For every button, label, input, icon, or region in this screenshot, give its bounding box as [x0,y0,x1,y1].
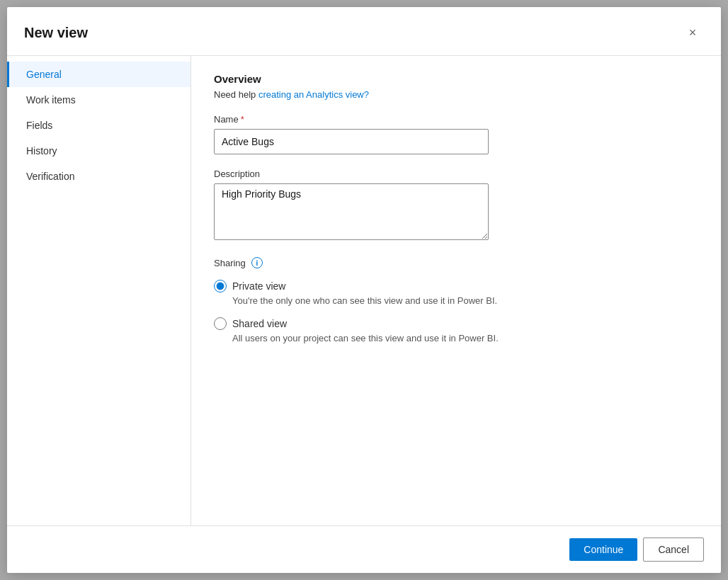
name-input[interactable] [214,129,489,154]
sidebar-item-history[interactable]: History [7,138,190,164]
close-icon: × [689,25,697,40]
sidebar-item-general[interactable]: General [7,62,190,87]
shared-view-option: Shared view All users on your project ca… [214,317,698,343]
help-prefix: Need help [214,89,258,100]
dialog-overlay: New view × General Work items Fields His… [0,0,728,580]
sharing-label-row: Sharing i [214,257,698,268]
description-form-group: Description High Priority Bugs [214,169,698,243]
required-star: * [241,114,244,125]
shared-view-label[interactable]: Shared view [214,317,698,330]
private-view-label[interactable]: Private view [214,280,698,292]
shared-view-text: Shared view [232,318,287,329]
shared-view-radio[interactable] [214,317,227,330]
overview-title: Overview [214,73,698,85]
info-icon: i [251,257,263,268]
private-view-radio[interactable] [214,280,227,292]
continue-button[interactable]: Continue [569,538,637,561]
dialog-body: General Work items Fields History Verifi… [7,56,721,525]
sharing-section: Sharing i Private view You're the only o… [214,257,698,343]
dialog: New view × General Work items Fields His… [7,7,721,573]
name-label: Name* [214,114,698,125]
description-textarea[interactable]: High Priority Bugs [214,183,489,240]
sidebar: General Work items Fields History Verifi… [7,56,191,525]
description-label: Description [214,169,698,179]
sidebar-item-fields[interactable]: Fields [7,113,190,138]
cancel-button[interactable]: Cancel [643,538,704,562]
private-view-text: Private view [232,280,285,292]
main-content: Overview Need help creating an Analytics… [191,56,721,525]
shared-view-description: All users on your project can see this v… [232,333,698,343]
private-view-option: Private view You're the only one who can… [214,280,698,306]
dialog-header: New view × [7,7,721,56]
private-view-description: You're the only one who can see this vie… [232,295,698,306]
name-form-group: Name* [214,114,698,154]
sharing-title: Sharing [214,258,246,268]
close-button[interactable]: × [681,21,704,44]
radio-group: Private view You're the only one who can… [214,280,698,343]
help-link[interactable]: creating an Analytics view? [258,89,369,100]
dialog-footer: Continue Cancel [7,525,721,573]
sidebar-item-verification[interactable]: Verification [7,164,190,189]
sidebar-item-work-items[interactable]: Work items [7,87,190,113]
dialog-title: New view [24,25,88,41]
help-text: Need help creating an Analytics view? [214,89,698,100]
